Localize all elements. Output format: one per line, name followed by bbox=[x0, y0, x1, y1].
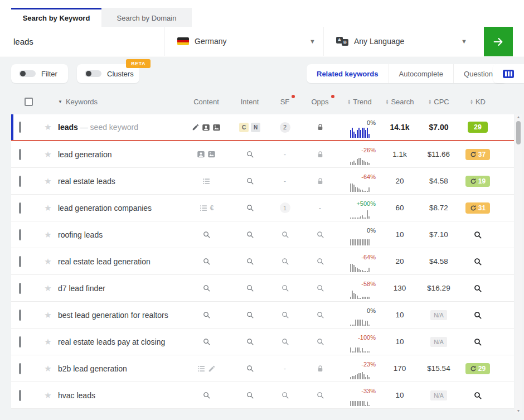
search-icon[interactable] bbox=[316, 391, 324, 399]
search-icon[interactable] bbox=[202, 311, 211, 319]
tab-search-by-domain[interactable]: Search by Domain bbox=[101, 8, 192, 27]
star-icon[interactable]: ★ bbox=[38, 310, 58, 320]
column-header-content[interactable]: Content bbox=[181, 98, 232, 106]
search-icon[interactable] bbox=[246, 230, 254, 239]
search-icon[interactable] bbox=[202, 337, 211, 346]
kd-badge[interactable]: 29 bbox=[468, 122, 488, 133]
columns-settings-button[interactable] bbox=[493, 64, 524, 83]
column-header-intent[interactable]: Intent bbox=[232, 98, 268, 106]
search-icon[interactable] bbox=[246, 150, 254, 158]
row-checkbox[interactable] bbox=[19, 310, 21, 321]
keyword-cell[interactable]: roofing leads bbox=[58, 230, 181, 239]
search-icon[interactable] bbox=[473, 311, 482, 320]
search-icon[interactable] bbox=[246, 204, 254, 212]
star-icon[interactable]: ★ bbox=[38, 230, 58, 240]
lock-icon[interactable] bbox=[317, 177, 324, 185]
select-all-checkbox[interactable] bbox=[25, 98, 33, 106]
scroll-up-icon[interactable]: ▲ bbox=[515, 115, 522, 119]
star-icon[interactable]: ★ bbox=[38, 390, 58, 400]
clusters-toggle[interactable] bbox=[85, 70, 101, 77]
sort-icon[interactable]: ▲▼ bbox=[470, 99, 473, 105]
search-icon[interactable] bbox=[316, 284, 324, 292]
search-icon[interactable] bbox=[202, 230, 211, 239]
keyword-cell[interactable]: d7 lead finder bbox=[58, 284, 181, 293]
kd-refresh-badge[interactable]: 37 bbox=[465, 149, 490, 160]
search-icon[interactable] bbox=[246, 311, 254, 319]
search-submit-button[interactable] bbox=[484, 27, 513, 56]
search-icon[interactable] bbox=[281, 337, 289, 346]
star-icon[interactable]: ★ bbox=[38, 122, 58, 132]
star-icon[interactable]: ★ bbox=[38, 337, 58, 347]
table-scrollbar[interactable]: ▲ ▼ bbox=[515, 114, 522, 413]
search-icon[interactable] bbox=[246, 177, 254, 185]
column-header-opps[interactable]: Opps bbox=[302, 98, 338, 106]
star-icon[interactable]: ★ bbox=[38, 176, 58, 186]
kd-refresh-badge[interactable]: 31 bbox=[465, 202, 490, 214]
column-header-search[interactable]: ▲▼Search bbox=[381, 98, 418, 106]
filter-toggle[interactable] bbox=[19, 70, 36, 77]
keyword-cell[interactable]: lead generation bbox=[58, 150, 181, 159]
search-icon[interactable] bbox=[316, 230, 324, 239]
keyword-cell[interactable]: lead generation companies bbox=[58, 204, 181, 213]
search-icon[interactable] bbox=[316, 257, 324, 265]
sort-icon[interactable]: ▲▼ bbox=[385, 99, 389, 105]
keyword-cell[interactable]: real estate lead generation bbox=[58, 257, 181, 266]
search-icon[interactable] bbox=[281, 284, 289, 292]
search-icon[interactable] bbox=[281, 311, 289, 319]
star-icon[interactable]: ★ bbox=[38, 364, 58, 374]
row-checkbox[interactable] bbox=[19, 122, 21, 133]
keyword-cell[interactable]: best lead generation for realtors bbox=[58, 311, 181, 320]
star-icon[interactable]: ★ bbox=[38, 149, 58, 160]
search-icon[interactable] bbox=[246, 391, 254, 399]
row-checkbox[interactable] bbox=[19, 283, 21, 294]
kd-refresh-badge[interactable]: 29 bbox=[465, 363, 490, 374]
search-icon[interactable] bbox=[281, 257, 289, 265]
search-icon[interactable] bbox=[246, 337, 254, 346]
row-checkbox[interactable] bbox=[19, 363, 21, 374]
search-icon[interactable] bbox=[316, 337, 324, 346]
search-icon[interactable] bbox=[202, 284, 211, 292]
search-icon[interactable] bbox=[473, 284, 482, 293]
row-checkbox[interactable] bbox=[19, 336, 21, 347]
scrollbar-thumb[interactable] bbox=[516, 121, 521, 144]
search-icon[interactable] bbox=[473, 230, 482, 239]
search-icon[interactable] bbox=[473, 337, 482, 346]
clusters-toggle-card[interactable]: Clusters BETA bbox=[77, 64, 139, 83]
row-checkbox[interactable] bbox=[19, 256, 21, 267]
column-header-cpc[interactable]: ▲▼CPC bbox=[418, 98, 459, 106]
scroll-down-icon[interactable]: ▼ bbox=[515, 409, 522, 413]
view-autocomplete[interactable]: Autocomplete bbox=[389, 64, 454, 83]
lock-icon[interactable] bbox=[317, 365, 324, 373]
column-header-sf[interactable]: SF bbox=[268, 98, 302, 106]
search-icon[interactable] bbox=[246, 364, 254, 373]
lock-icon[interactable] bbox=[317, 123, 324, 131]
search-icon[interactable] bbox=[246, 257, 254, 265]
column-header-kd[interactable]: ▲▼KD bbox=[459, 98, 496, 106]
kd-refresh-badge[interactable]: 19 bbox=[465, 176, 490, 187]
column-header-keywords[interactable]: ▼Keywords bbox=[58, 98, 181, 106]
sort-icon[interactable]: ▲▼ bbox=[428, 99, 431, 105]
tab-search-by-keyword[interactable]: Search by Keyword bbox=[11, 8, 101, 27]
lock-icon[interactable] bbox=[317, 151, 324, 158]
column-header-trend[interactable]: ▲▼Trend bbox=[338, 98, 381, 106]
view-related-keywords[interactable]: Related keywords bbox=[307, 64, 389, 83]
star-icon[interactable]: ★ bbox=[38, 203, 58, 213]
row-checkbox[interactable] bbox=[19, 176, 21, 187]
keyword-input[interactable] bbox=[13, 27, 156, 56]
row-checkbox[interactable] bbox=[19, 390, 21, 401]
search-icon[interactable] bbox=[281, 391, 289, 399]
keyword-cell[interactable]: hvac leads bbox=[58, 391, 181, 400]
keyword-cell[interactable]: real estate leads bbox=[58, 177, 181, 186]
row-checkbox[interactable] bbox=[19, 229, 21, 240]
filter-toggle-card[interactable]: Filter bbox=[11, 64, 68, 83]
search-icon[interactable] bbox=[246, 284, 254, 292]
row-checkbox[interactable] bbox=[19, 149, 21, 160]
search-icon[interactable] bbox=[202, 391, 211, 399]
keyword-cell[interactable]: leads — seed keyword bbox=[58, 123, 181, 132]
star-icon[interactable]: ★ bbox=[38, 283, 58, 293]
country-select[interactable]: Germany ▼ bbox=[164, 27, 323, 56]
keyword-cell[interactable]: real estate leads pay at closing bbox=[58, 337, 181, 346]
row-checkbox[interactable] bbox=[19, 202, 21, 214]
search-icon[interactable] bbox=[281, 230, 289, 239]
star-icon[interactable]: ★ bbox=[38, 257, 58, 267]
